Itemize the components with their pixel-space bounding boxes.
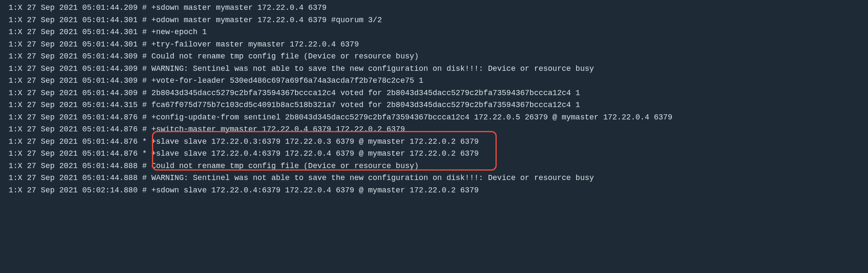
log-line: 1:X 27 Sep 2021 05:01:44.309 # +vote-for… [9,75,859,87]
log-line: 1:X 27 Sep 2021 05:01:44.888 # Could not… [9,160,859,172]
log-line: 1:X 27 Sep 2021 05:01:44.209 # +sdown ma… [9,2,859,14]
log-line: 1:X 27 Sep 2021 05:01:44.301 # +odown ma… [9,14,859,26]
log-line: 1:X 27 Sep 2021 05:01:44.876 * +slave sl… [9,148,859,160]
log-line: 1:X 27 Sep 2021 05:01:44.309 # WARNING: … [9,63,859,75]
terminal-output: 1:X 27 Sep 2021 05:01:44.209 # +sdown ma… [0,0,868,206]
log-line: 1:X 27 Sep 2021 05:01:44.301 # +try-fail… [9,38,859,51]
log-line: 1:X 27 Sep 2021 05:01:44.301 # +new-epoc… [9,26,859,38]
log-line: 1:X 27 Sep 2021 05:01:44.876 * +slave sl… [9,136,859,148]
log-line: 1:X 27 Sep 2021 05:01:44.309 # 2b8043d34… [9,87,859,99]
log-line: 1:X 27 Sep 2021 05:01:44.888 # WARNING: … [9,172,859,184]
log-line: 1:X 27 Sep 2021 05:01:44.876 # +config-u… [9,111,859,124]
log-line: 1:X 27 Sep 2021 05:01:44.315 # fca67f075… [9,99,859,111]
log-line: 1:X 27 Sep 2021 05:01:44.876 # +switch-m… [9,123,859,136]
log-line: 1:X 27 Sep 2021 05:02:14.880 # +sdown sl… [9,184,859,197]
log-line: 1:X 27 Sep 2021 05:01:44.309 # Could not… [9,50,859,63]
